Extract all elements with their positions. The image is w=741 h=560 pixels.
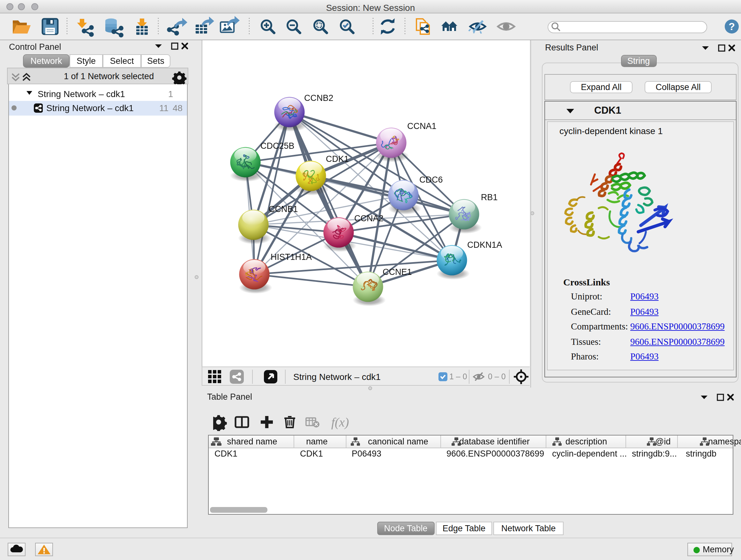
svg-text:CCNB1: CCNB1 (268, 204, 298, 214)
svg-text:CCNA2: CCNA2 (354, 213, 383, 223)
svg-text:CCNE1: CCNE1 (382, 267, 412, 277)
svg-text:CDK1: CDK1 (326, 154, 348, 164)
svg-text:?: ? (729, 21, 735, 32)
svg-text:CDKN1A: CDKN1A (467, 240, 502, 250)
svg-text:CCNB2: CCNB2 (304, 93, 333, 103)
svg-text:CCNA1: CCNA1 (407, 121, 436, 131)
svg-text:1 – 0: 1 – 0 (449, 372, 467, 381)
svg-text:0 – 0: 0 – 0 (488, 372, 506, 381)
svg-text:RB1: RB1 (481, 192, 497, 202)
svg-text:f(x): f(x) (331, 415, 349, 429)
svg-text:HIST1H1A: HIST1H1A (270, 252, 312, 262)
svg-text:CDC6: CDC6 (419, 175, 443, 185)
svg-text:CDC25B: CDC25B (260, 141, 294, 151)
